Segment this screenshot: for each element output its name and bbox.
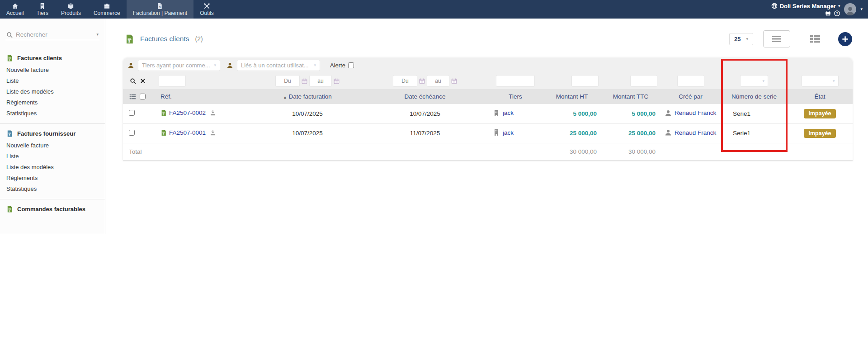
sidebar-item-liste-des-modeles[interactable]: Liste des modèles xyxy=(0,162,105,173)
products-icon xyxy=(67,3,74,9)
column-header-created-by[interactable]: Créé par xyxy=(660,89,721,104)
help-icon[interactable]: ? xyxy=(834,10,840,16)
thirdparty-filter-input[interactable] xyxy=(496,75,535,87)
total-row: Total 30 000,00 30 000,00 xyxy=(123,143,853,161)
column-header-serial[interactable]: Número de serie xyxy=(721,89,787,104)
search-icon xyxy=(6,32,13,38)
menu-tiers[interactable]: Tiers xyxy=(30,0,55,19)
amount-ht-cell: 25 000,00 xyxy=(542,123,601,143)
column-header-status[interactable]: État xyxy=(787,89,853,104)
chevron-down-icon: ▾ xyxy=(838,4,840,8)
serial-filter-select[interactable]: ▾ xyxy=(740,75,768,87)
column-header-date-due[interactable]: Date échéance xyxy=(362,89,488,104)
download-icon[interactable] xyxy=(210,109,216,116)
menu-label: Outils xyxy=(200,10,214,16)
select-columns-icon[interactable] xyxy=(129,94,136,100)
date-invoice-cell: 10/07/2025 xyxy=(253,123,362,143)
sidebar-item-statistiques[interactable]: Statistiques xyxy=(0,108,105,119)
table-row: $ FA2507-0001 10/07/2025 11/07/2025 jack xyxy=(123,123,853,143)
sidebar-item-reglements[interactable]: Règlements xyxy=(0,173,105,184)
alert-checkbox[interactable] xyxy=(348,62,354,68)
menu-commerce[interactable]: Commerce xyxy=(87,0,127,19)
menu-accueil[interactable]: Accueil xyxy=(0,0,30,19)
list-view-button[interactable] xyxy=(763,30,790,47)
svg-text:$: $ xyxy=(163,113,164,116)
sidebar-item-liste-des-modeles[interactable]: Liste des modèles xyxy=(0,86,105,97)
column-header-amount-ht[interactable]: Montant HT xyxy=(542,89,601,104)
row-checkbox[interactable] xyxy=(129,130,135,136)
thirdparties-icon xyxy=(39,3,46,9)
column-header-amount-ttc[interactable]: Montant TTC xyxy=(601,89,660,104)
date-due-from-input[interactable] xyxy=(393,75,417,87)
select-all-checkbox[interactable] xyxy=(140,94,146,99)
top-menubar: Accueil Tiers Produits Commerce $ Factur… xyxy=(0,0,868,19)
calendar-icon[interactable] xyxy=(451,78,457,84)
calendar-icon[interactable] xyxy=(302,78,307,84)
invoice-ref-link[interactable]: FA2507-0002 xyxy=(169,109,206,116)
created-by-link[interactable]: Renaud Franck xyxy=(675,109,716,116)
svg-text:$: $ xyxy=(9,58,10,61)
serial-cell: Serie1 xyxy=(721,123,787,143)
calendar-icon[interactable] xyxy=(334,78,340,84)
created-by-filter-input[interactable] xyxy=(677,75,704,87)
sidebar-item-statistiques[interactable]: Statistiques xyxy=(0,184,105,194)
svg-text:$: $ xyxy=(9,209,10,212)
download-icon[interactable] xyxy=(210,129,216,136)
amount-ttc-cell: 25 000,00 xyxy=(601,123,660,143)
menu-outils[interactable]: Outils xyxy=(193,0,220,19)
calendar-icon[interactable] xyxy=(419,78,425,84)
amount-ht-filter-input[interactable] xyxy=(571,75,599,87)
commerce-icon xyxy=(104,3,110,9)
sidebar-item-nouvelle-facture[interactable]: Nouvelle facture xyxy=(0,65,105,76)
column-header-ref[interactable]: Réf. xyxy=(156,89,253,104)
user-filter-icon xyxy=(226,62,233,69)
page-size-select[interactable]: 25 ▾ xyxy=(729,33,753,45)
thirdparty-filter-select[interactable]: Tiers ayant pour comme... ▾ xyxy=(138,60,220,71)
list-controls: 25 ▾ xyxy=(729,30,852,47)
chevron-down-icon: ▾ xyxy=(214,63,216,67)
printer-icon[interactable] xyxy=(825,10,831,16)
avatar[interactable] xyxy=(844,3,856,15)
invoice-ref-link[interactable]: FA2507-0001 xyxy=(169,129,206,136)
total-amount-ht: 30 000,00 xyxy=(542,143,601,161)
new-invoice-button[interactable] xyxy=(838,32,852,46)
company-menu[interactable]: Doli Series Manager ▾ xyxy=(771,3,840,9)
thirdparty-link[interactable]: jack xyxy=(503,109,514,116)
sidebar-item-liste[interactable]: Liste xyxy=(0,151,105,162)
sidebar-title-factures-fournisseur[interactable]: $ Factures fournisseur xyxy=(0,127,105,140)
user-filter-icon xyxy=(127,62,134,69)
alert-label: Alerte xyxy=(330,62,345,69)
search-icon[interactable] xyxy=(130,78,136,84)
menu-produits[interactable]: Produits xyxy=(55,0,87,19)
amount-ht-cell: 5 000,00 xyxy=(542,104,601,123)
sidebar-item-reglements[interactable]: Règlements xyxy=(0,97,105,108)
chevron-down-icon[interactable]: ▾ xyxy=(860,7,863,11)
search-input[interactable] xyxy=(16,31,93,38)
list-view-icon xyxy=(771,35,782,43)
sidebar-item-nouvelle-facture[interactable]: Nouvelle facture xyxy=(0,140,105,151)
date-due-to-input[interactable] xyxy=(427,75,449,87)
row-checkbox[interactable] xyxy=(129,110,135,116)
sort-asc-icon: ▲ xyxy=(283,95,287,99)
date-invoice-to-input[interactable] xyxy=(309,75,332,87)
sidebar-item-liste[interactable]: Liste xyxy=(0,76,105,86)
column-header-thirdparty[interactable]: Tiers xyxy=(488,89,542,104)
thirdparty-link[interactable]: jack xyxy=(503,129,514,136)
ref-filter-input[interactable] xyxy=(159,75,186,87)
left-sidebar: ▾ $ Factures clients Nouvelle facture Li… xyxy=(0,19,105,234)
kanban-view-button[interactable] xyxy=(802,31,828,47)
table-row: $ FA2507-0002 10/07/2025 10/07/2025 jack xyxy=(123,104,853,123)
contact-filter-select[interactable]: Liés à un contact utilisat... ▾ xyxy=(237,60,320,71)
status-filter-select[interactable]: ▾ xyxy=(802,75,839,87)
created-by-link[interactable]: Renaud Franck xyxy=(675,129,716,136)
date-invoice-from-input[interactable] xyxy=(275,75,300,87)
column-header-date-invoice[interactable]: ▲Date facturation xyxy=(253,89,362,104)
sidebar-section-title: Commandes facturables xyxy=(17,206,85,213)
tools-icon xyxy=(203,3,210,9)
clear-filters-icon[interactable] xyxy=(140,78,146,84)
sidebar-title-commandes-facturables[interactable]: $ Commandes facturables xyxy=(0,202,105,216)
menu-facturation[interactable]: $ Facturation | Paiement xyxy=(127,0,194,19)
amount-ttc-filter-input[interactable] xyxy=(630,75,657,87)
chevron-down-icon[interactable]: ▾ xyxy=(96,33,99,37)
sidebar-title-factures-clients[interactable]: $ Factures clients xyxy=(0,51,105,65)
